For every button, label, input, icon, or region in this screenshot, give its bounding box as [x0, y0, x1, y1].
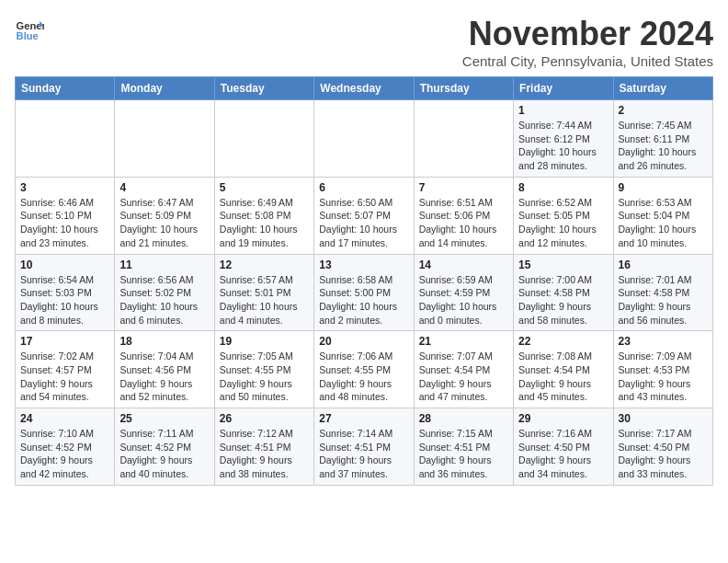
day-number: 14: [419, 259, 508, 271]
day-number: 22: [518, 335, 608, 348]
calendar-cell: 5Sunrise: 6:49 AM Sunset: 5:08 PM Daylig…: [214, 177, 313, 254]
calendar-cell: 23Sunrise: 7:09 AM Sunset: 4:53 PM Dayli…: [613, 331, 712, 408]
day-number: 1: [518, 104, 608, 117]
day-number: 15: [518, 259, 608, 271]
day-number: 3: [20, 181, 109, 194]
location: Central City, Pennsylvania, United State…: [462, 53, 713, 69]
day-number: 27: [319, 412, 408, 425]
calendar-week-row: 1Sunrise: 7:44 AM Sunset: 6:12 PM Daylig…: [16, 100, 713, 178]
logo-icon: General Blue: [15, 15, 44, 44]
day-number: 4: [119, 181, 209, 194]
day-number: 6: [319, 181, 408, 194]
calendar-week-row: 3Sunrise: 6:46 AM Sunset: 5:10 PM Daylig…: [16, 177, 713, 254]
day-info: Sunrise: 6:47 AM Sunset: 5:09 PM Dayligh…: [119, 196, 209, 250]
day-info: Sunrise: 7:05 AM Sunset: 4:55 PM Dayligh…: [220, 350, 309, 404]
day-number: 29: [518, 412, 608, 425]
day-info: Sunrise: 6:46 AM Sunset: 5:10 PM Dayligh…: [20, 196, 109, 250]
calendar-cell: [115, 100, 214, 178]
calendar-cell: 30Sunrise: 7:17 AM Sunset: 4:50 PM Dayli…: [613, 408, 712, 486]
calendar-cell: 2Sunrise: 7:45 AM Sunset: 6:11 PM Daylig…: [613, 100, 712, 178]
day-info: Sunrise: 7:01 AM Sunset: 4:58 PM Dayligh…: [619, 273, 708, 327]
day-info: Sunrise: 6:56 AM Sunset: 5:02 PM Dayligh…: [119, 273, 209, 327]
day-number: 25: [119, 412, 209, 425]
calendar-cell: 22Sunrise: 7:08 AM Sunset: 4:54 PM Dayli…: [514, 331, 613, 408]
calendar-cell: 18Sunrise: 7:04 AM Sunset: 4:56 PM Dayli…: [115, 331, 214, 408]
day-info: Sunrise: 7:00 AM Sunset: 4:58 PM Dayligh…: [518, 273, 608, 327]
svg-text:Blue: Blue: [17, 30, 39, 41]
day-number: 20: [319, 335, 408, 348]
day-number: 9: [619, 181, 708, 194]
calendar-week-row: 17Sunrise: 7:02 AM Sunset: 4:57 PM Dayli…: [16, 331, 713, 408]
day-info: Sunrise: 6:49 AM Sunset: 5:08 PM Dayligh…: [220, 196, 309, 250]
calendar-cell: 17Sunrise: 7:02 AM Sunset: 4:57 PM Dayli…: [16, 331, 115, 408]
calendar-cell: 20Sunrise: 7:06 AM Sunset: 4:55 PM Dayli…: [314, 331, 414, 408]
calendar-cell: 19Sunrise: 7:05 AM Sunset: 4:55 PM Dayli…: [214, 331, 313, 408]
calendar-cell: 16Sunrise: 7:01 AM Sunset: 4:58 PM Dayli…: [613, 254, 712, 331]
calendar-cell: 11Sunrise: 6:56 AM Sunset: 5:02 PM Dayli…: [115, 254, 214, 331]
calendar-cell: 28Sunrise: 7:15 AM Sunset: 4:51 PM Dayli…: [414, 408, 513, 486]
calendar-cell: 25Sunrise: 7:11 AM Sunset: 4:52 PM Dayli…: [115, 408, 214, 486]
day-info: Sunrise: 7:44 AM Sunset: 6:12 PM Dayligh…: [518, 119, 608, 173]
day-number: 12: [220, 259, 309, 271]
day-info: Sunrise: 6:59 AM Sunset: 4:59 PM Dayligh…: [419, 273, 508, 327]
weekday-header: Monday: [115, 77, 214, 100]
day-info: Sunrise: 7:15 AM Sunset: 4:51 PM Dayligh…: [419, 427, 508, 481]
calendar-cell: 7Sunrise: 6:51 AM Sunset: 5:06 PM Daylig…: [414, 177, 513, 254]
calendar-cell: 26Sunrise: 7:12 AM Sunset: 4:51 PM Dayli…: [214, 408, 313, 486]
day-info: Sunrise: 7:08 AM Sunset: 4:54 PM Dayligh…: [518, 350, 608, 404]
calendar-cell: 6Sunrise: 6:50 AM Sunset: 5:07 PM Daylig…: [314, 177, 414, 254]
calendar-cell: 8Sunrise: 6:52 AM Sunset: 5:05 PM Daylig…: [514, 177, 613, 254]
day-number: 8: [518, 181, 608, 194]
month-title: November 2024: [462, 15, 713, 53]
weekday-header: Saturday: [613, 77, 712, 100]
weekday-header: Friday: [514, 77, 613, 100]
calendar-cell: 3Sunrise: 6:46 AM Sunset: 5:10 PM Daylig…: [16, 177, 115, 254]
day-info: Sunrise: 7:14 AM Sunset: 4:51 PM Dayligh…: [319, 427, 408, 481]
weekday-header-row: SundayMondayTuesdayWednesdayThursdayFrid…: [16, 77, 713, 100]
calendar-cell: 1Sunrise: 7:44 AM Sunset: 6:12 PM Daylig…: [514, 100, 613, 178]
day-number: 11: [119, 259, 209, 271]
calendar-cell: 27Sunrise: 7:14 AM Sunset: 4:51 PM Dayli…: [314, 408, 414, 486]
day-info: Sunrise: 6:52 AM Sunset: 5:05 PM Dayligh…: [518, 196, 608, 250]
day-info: Sunrise: 7:09 AM Sunset: 4:53 PM Dayligh…: [619, 350, 708, 404]
logo: General Blue: [15, 15, 44, 44]
calendar-cell: [414, 100, 513, 178]
day-number: 13: [319, 259, 408, 271]
calendar-week-row: 24Sunrise: 7:10 AM Sunset: 4:52 PM Dayli…: [16, 408, 713, 486]
day-number: 10: [20, 259, 109, 271]
day-number: 5: [220, 181, 309, 194]
day-info: Sunrise: 6:58 AM Sunset: 5:00 PM Dayligh…: [319, 273, 408, 327]
day-number: 24: [20, 412, 109, 425]
day-info: Sunrise: 7:17 AM Sunset: 4:50 PM Dayligh…: [619, 427, 708, 481]
day-number: 17: [20, 335, 109, 348]
day-info: Sunrise: 7:16 AM Sunset: 4:50 PM Dayligh…: [518, 427, 608, 481]
calendar: SundayMondayTuesdayWednesdayThursdayFrid…: [15, 76, 713, 486]
day-number: 28: [419, 412, 508, 425]
day-info: Sunrise: 6:51 AM Sunset: 5:06 PM Dayligh…: [419, 196, 508, 250]
calendar-cell: 9Sunrise: 6:53 AM Sunset: 5:04 PM Daylig…: [613, 177, 712, 254]
day-info: Sunrise: 7:12 AM Sunset: 4:51 PM Dayligh…: [220, 427, 309, 481]
day-number: 19: [220, 335, 309, 348]
day-info: Sunrise: 6:50 AM Sunset: 5:07 PM Dayligh…: [319, 196, 408, 250]
calendar-cell: 4Sunrise: 6:47 AM Sunset: 5:09 PM Daylig…: [115, 177, 214, 254]
calendar-week-row: 10Sunrise: 6:54 AM Sunset: 5:03 PM Dayli…: [16, 254, 713, 331]
title-area: November 2024 Central City, Pennsylvania…: [462, 15, 713, 69]
weekday-header: Thursday: [414, 77, 513, 100]
day-number: 23: [619, 335, 708, 348]
day-number: 30: [619, 412, 708, 425]
day-info: Sunrise: 6:53 AM Sunset: 5:04 PM Dayligh…: [619, 196, 708, 250]
day-info: Sunrise: 7:11 AM Sunset: 4:52 PM Dayligh…: [119, 427, 209, 481]
day-number: 16: [619, 259, 708, 271]
day-number: 26: [220, 412, 309, 425]
calendar-cell: 10Sunrise: 6:54 AM Sunset: 5:03 PM Dayli…: [16, 254, 115, 331]
day-info: Sunrise: 7:07 AM Sunset: 4:54 PM Dayligh…: [419, 350, 508, 404]
day-number: 7: [419, 181, 508, 194]
calendar-cell: 24Sunrise: 7:10 AM Sunset: 4:52 PM Dayli…: [16, 408, 115, 486]
day-number: 18: [119, 335, 209, 348]
day-info: Sunrise: 7:45 AM Sunset: 6:11 PM Dayligh…: [619, 119, 708, 173]
day-number: 21: [419, 335, 508, 348]
header: General Blue November 2024 Central City,…: [15, 15, 713, 69]
day-info: Sunrise: 6:54 AM Sunset: 5:03 PM Dayligh…: [20, 273, 109, 327]
weekday-header: Tuesday: [214, 77, 313, 100]
calendar-cell: [16, 100, 115, 178]
